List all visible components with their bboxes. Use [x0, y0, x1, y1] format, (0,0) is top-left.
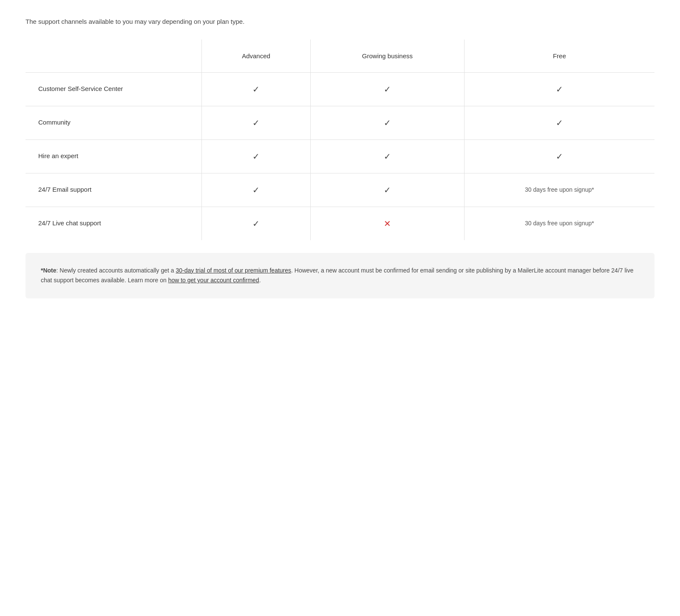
feature-label: Community [26, 106, 201, 139]
cell-free-2: ✓ [464, 139, 654, 173]
cell-free-4: 30 days free upon signup* [464, 207, 654, 240]
check-icon: ✓ [384, 118, 391, 128]
cell-growing-4: ✕ [311, 207, 465, 240]
note-label: *Note [41, 267, 57, 274]
cell-free-0: ✓ [464, 72, 654, 106]
cell-growing-2: ✓ [311, 139, 465, 173]
note-box: *Note: Newly created accounts automatica… [26, 253, 654, 299]
cell-growing-0: ✓ [311, 72, 465, 106]
cell-growing-1: ✓ [311, 106, 465, 139]
cell-advanced-3: ✓ [201, 173, 310, 207]
cell-free-3: 30 days free upon signup* [464, 173, 654, 207]
check-icon: ✓ [556, 152, 563, 161]
check-icon: ✓ [556, 118, 563, 128]
cell-advanced-1: ✓ [201, 106, 310, 139]
cell-growing-3: ✓ [311, 173, 465, 207]
check-icon: ✓ [384, 185, 391, 195]
feature-label: Hire an expert [26, 139, 201, 173]
col-header-feature [26, 40, 201, 73]
check-icon: ✓ [384, 152, 391, 161]
col-header-advanced: Advanced [201, 40, 310, 73]
cell-free-1: ✓ [464, 106, 654, 139]
feature-label: 24/7 Email support [26, 173, 201, 207]
check-icon: ✓ [252, 219, 260, 228]
feature-label: Customer Self-Service Center [26, 72, 201, 106]
cell-advanced-0: ✓ [201, 72, 310, 106]
note-link-confirmed[interactable]: how to get your account confirmed [168, 277, 259, 284]
check-icon: ✓ [384, 85, 391, 94]
check-icon: ✓ [252, 185, 260, 195]
comparison-table: Advanced Growing business Free Customer … [26, 40, 654, 240]
note-text-after: . [259, 277, 261, 284]
check-icon: ✓ [252, 152, 260, 161]
table-row: 24/7 Email support✓✓30 days free upon si… [26, 173, 654, 207]
col-header-free: Free [464, 40, 654, 73]
check-icon: ✓ [556, 85, 563, 94]
note-text-before-link1: : Newly created accounts automatically g… [57, 267, 176, 274]
table-row: 24/7 Live chat support✓✕30 days free upo… [26, 207, 654, 240]
table-row: Community✓✓✓ [26, 106, 654, 139]
intro-text: The support channels available to you ma… [26, 17, 654, 27]
feature-label: 24/7 Live chat support [26, 207, 201, 240]
table-row: Customer Self-Service Center✓✓✓ [26, 72, 654, 106]
check-icon: ✓ [252, 118, 260, 128]
cell-advanced-2: ✓ [201, 139, 310, 173]
note-link-trial[interactable]: 30-day trial of most of our premium feat… [176, 267, 291, 274]
check-icon: ✓ [252, 85, 260, 94]
col-header-growing: Growing business [311, 40, 465, 73]
cross-icon: ✕ [384, 219, 391, 228]
cell-advanced-4: ✓ [201, 207, 310, 240]
table-row: Hire an expert✓✓✓ [26, 139, 654, 173]
